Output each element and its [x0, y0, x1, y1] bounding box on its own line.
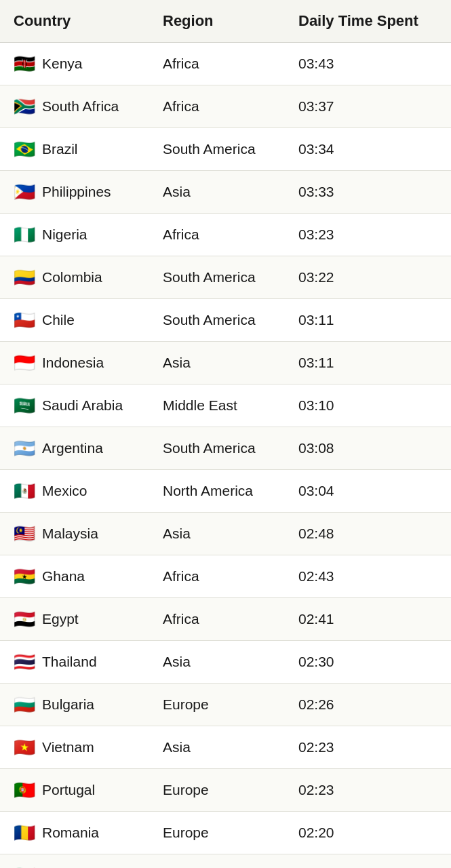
- region-cell: Africa: [163, 611, 298, 627]
- table-row: 🇸🇦 Saudi Arabia Middle East 03:10: [0, 384, 451, 427]
- country-name: South Africa: [42, 98, 119, 115]
- country-name: Kenya: [42, 56, 83, 72]
- table-row: 🇧🇬 Bulgaria Europe 02:26: [0, 684, 451, 726]
- table-body: 🇰🇪 Kenya Africa 03:43 🇿🇦 South Africa Af…: [0, 43, 451, 868]
- country-name: Vietnam: [42, 739, 94, 755]
- time-cell: 03:43: [298, 56, 437, 72]
- time-cell: 03:33: [298, 184, 437, 200]
- country-cell: 🇧🇷 Brazil: [14, 140, 163, 158]
- country-cell: 🇵🇹 Portugal: [14, 781, 163, 799]
- country-flag: 🇿🇦: [14, 98, 35, 115]
- region-cell: Asia: [163, 355, 298, 371]
- time-cell: 03:34: [298, 141, 437, 157]
- country-cell: 🇻🇳 Vietnam: [14, 738, 163, 756]
- region-cell: Africa: [163, 98, 298, 115]
- table-row: 🇿🇦 South Africa Africa 03:37: [0, 85, 451, 128]
- country-name: Romania: [42, 825, 99, 841]
- country-flag: 🇮🇩: [14, 354, 35, 372]
- time-cell: 02:26: [298, 696, 437, 713]
- country-flag: 🇵🇹: [14, 781, 35, 799]
- country-cell: 🇧🇬 Bulgaria: [14, 696, 163, 713]
- time-cell: 02:30: [298, 654, 437, 670]
- region-cell: Asia: [163, 184, 298, 200]
- region-cell: Asia: [163, 526, 298, 542]
- country-cell: 🇪🇬 Egypt: [14, 610, 163, 628]
- country-name: Philippines: [42, 184, 111, 200]
- region-cell: South America: [163, 440, 298, 456]
- region-cell: Asia: [163, 739, 298, 755]
- country-flag: 🇻🇳: [14, 738, 35, 756]
- time-cell: 02:43: [298, 568, 437, 585]
- time-cell: 03:37: [298, 98, 437, 115]
- table-row: 🇦🇷 Argentina South America 03:08: [0, 427, 451, 470]
- country-name: Thailand: [42, 654, 97, 670]
- country-flag: 🇳🇬: [14, 226, 35, 243]
- country-cell: 🇿🇦 South Africa: [14, 98, 163, 115]
- country-cell: 🇲🇽 Mexico: [14, 482, 163, 500]
- country-cell: 🇮🇩 Indonesia: [14, 354, 163, 372]
- table-row: 🇰🇪 Kenya Africa 03:43: [0, 43, 451, 85]
- country-cell: 🇹🇭 Thailand: [14, 653, 163, 671]
- table-row: 🇳🇬 Nigeria Africa 03:23: [0, 214, 451, 256]
- region-cell: Africa: [163, 226, 298, 243]
- country-cell: 🇷🇴 Romania: [14, 824, 163, 842]
- table-row: 🇧🇷 Brazil South America 03:34: [0, 128, 451, 171]
- time-cell: 02:20: [298, 825, 437, 841]
- time-cell: 02:48: [298, 526, 437, 542]
- header-region: Region: [163, 12, 298, 30]
- country-name: Portugal: [42, 782, 95, 798]
- header-country: Country: [14, 12, 163, 30]
- region-cell: Middle East: [163, 397, 298, 414]
- table-row: 🇲🇽 Mexico North America 03:04: [0, 470, 451, 513]
- table-row: 🇨🇴 Colombia South America 03:22: [0, 256, 451, 299]
- time-cell: 02:41: [298, 611, 437, 627]
- country-name: Egypt: [42, 611, 79, 627]
- region-cell: North America: [163, 483, 298, 499]
- country-name: Bulgaria: [42, 696, 94, 713]
- country-flag: 🇪🇬: [14, 610, 35, 628]
- region-cell: Africa: [163, 56, 298, 72]
- country-name: Argentina: [42, 440, 103, 456]
- country-cell: 🇦🇷 Argentina: [14, 439, 163, 457]
- country-flag: 🇨🇴: [14, 269, 35, 286]
- country-flag: 🇬🇭: [14, 568, 35, 585]
- country-name: Saudi Arabia: [42, 397, 123, 414]
- country-flag: 🇵🇭: [14, 183, 35, 201]
- region-cell: South America: [163, 312, 298, 328]
- country-name: Colombia: [42, 269, 102, 285]
- time-cell: 03:11: [298, 355, 437, 371]
- country-flag: 🇷🇴: [14, 824, 35, 842]
- time-cell: 03:08: [298, 440, 437, 456]
- data-table: Country Region Daily Time Spent 🇰🇪 Kenya…: [0, 0, 451, 868]
- country-flag: 🇰🇪: [14, 55, 35, 73]
- country-name: Nigeria: [42, 226, 87, 243]
- time-cell: 02:23: [298, 782, 437, 798]
- country-flag: 🇧🇷: [14, 140, 35, 158]
- table-header: Country Region Daily Time Spent: [0, 0, 451, 43]
- country-name: Brazil: [42, 141, 78, 157]
- country-name: Malaysia: [42, 526, 98, 542]
- country-cell: 🇵🇭 Philippines: [14, 183, 163, 201]
- time-cell: 03:11: [298, 312, 437, 328]
- table-row: 🇵🇭 Philippines Asia 03:33: [0, 171, 451, 214]
- country-flag: 🇸🇦: [14, 397, 35, 414]
- country-flag: 🇲🇾: [14, 525, 35, 542]
- time-cell: 02:23: [298, 739, 437, 755]
- country-flag: 🇧🇬: [14, 696, 35, 713]
- country-flag: 🇹🇭: [14, 653, 35, 671]
- header-time: Daily Time Spent: [298, 12, 437, 30]
- table-row: 🇮🇩 Indonesia Asia 03:11: [0, 342, 451, 384]
- country-name: Ghana: [42, 568, 85, 585]
- country-flag: 🇲🇽: [14, 482, 35, 500]
- region-cell: Europe: [163, 696, 298, 713]
- time-cell: 03:23: [298, 226, 437, 243]
- region-cell: Asia: [163, 654, 298, 670]
- table-row: 🇬🇭 Ghana Africa 02:43: [0, 555, 451, 598]
- table-row: 🇹🇭 Thailand Asia 02:30: [0, 641, 451, 684]
- region-cell: Africa: [163, 568, 298, 585]
- country-cell: 🇳🇬 Nigeria: [14, 226, 163, 243]
- table-row: 🇪🇬 Egypt Africa 02:41: [0, 598, 451, 641]
- region-cell: South America: [163, 141, 298, 157]
- country-flag: 🇦🇷: [14, 439, 35, 457]
- country-cell: 🇸🇦 Saudi Arabia: [14, 397, 163, 414]
